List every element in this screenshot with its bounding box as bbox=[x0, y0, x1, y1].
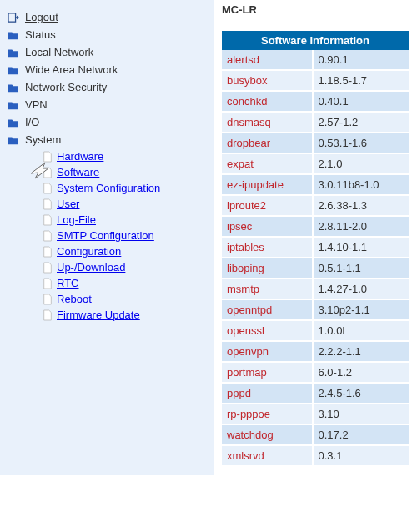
subnav-item-reboot[interactable]: Reboot bbox=[42, 291, 207, 307]
software-name: openntpd bbox=[222, 300, 312, 321]
nav-label-security: Network Security bbox=[25, 80, 107, 95]
software-version: 2.2.2-1.1 bbox=[312, 342, 409, 363]
subnav-link-reboot[interactable]: Reboot bbox=[57, 293, 92, 305]
table-row: openntpd3.10p2-1.1 bbox=[222, 300, 409, 321]
software-name: xmlsrvd bbox=[222, 446, 312, 467]
software-table: Software Information alertsd0.90.1busybo… bbox=[222, 31, 409, 467]
table-row: expat2.1.0 bbox=[222, 154, 409, 175]
table-row: busybox1.18.5-1.7 bbox=[222, 71, 409, 92]
nav-item-system[interactable]: System bbox=[7, 131, 207, 148]
file-icon bbox=[42, 229, 53, 243]
software-version: 2.8.11-2.0 bbox=[312, 217, 409, 238]
table-row: portmap6.0-1.2 bbox=[222, 363, 409, 384]
subnav-link-rtc[interactable]: RTC bbox=[57, 277, 78, 289]
subnav-link-software[interactable]: Software bbox=[57, 166, 99, 178]
software-version: 2.6.38-1.3 bbox=[312, 196, 409, 217]
folder-icon bbox=[7, 99, 20, 111]
table-row: watchdog0.17.2 bbox=[222, 425, 409, 446]
software-name: iproute2 bbox=[222, 196, 312, 217]
file-icon bbox=[42, 213, 53, 227]
nav-item-security[interactable]: Network Security bbox=[7, 78, 207, 96]
file-icon bbox=[42, 198, 53, 211]
table-row: xmlsrvd0.3.1 bbox=[222, 446, 409, 467]
software-version: 2.1.0 bbox=[312, 154, 409, 175]
subnav-link-sysconfig[interactable]: System Configuration bbox=[57, 182, 160, 194]
table-row: ipsec2.8.11-2.0 bbox=[222, 217, 409, 238]
software-version: 2.4.5-1.6 bbox=[312, 384, 409, 404]
software-name: watchdog bbox=[222, 425, 312, 446]
table-row: iptables1.4.10-1.1 bbox=[222, 238, 409, 258]
software-name: expat bbox=[222, 154, 312, 175]
nav-item-io[interactable]: I/O bbox=[7, 113, 207, 131]
folder-icon bbox=[7, 117, 20, 128]
subnav-item-rtc[interactable]: RTC bbox=[42, 275, 207, 291]
software-version: 0.53.1-1.6 bbox=[312, 133, 409, 154]
folder-icon bbox=[7, 82, 20, 93]
file-icon bbox=[42, 166, 53, 179]
file-icon bbox=[42, 293, 53, 306]
subnav-item-user[interactable]: User bbox=[42, 196, 207, 212]
software-name: iptables bbox=[222, 238, 312, 258]
subnav-link-user[interactable]: User bbox=[57, 198, 79, 210]
software-version: 2.57-1.2 bbox=[312, 113, 409, 133]
subnav-item-sysconfig[interactable]: System Configuration bbox=[42, 180, 207, 196]
folder-icon bbox=[7, 64, 20, 76]
table-row: dropbear0.53.1-1.6 bbox=[222, 133, 409, 154]
subnav-item-firmware[interactable]: Firmware Update bbox=[42, 307, 207, 323]
subnav-link-firmware[interactable]: Firmware Update bbox=[57, 309, 140, 321]
subnav-item-updownload[interactable]: Up-/Download bbox=[42, 259, 207, 275]
software-version: 6.0-1.2 bbox=[312, 363, 409, 384]
sidebar: Logout Status Local Network bbox=[0, 0, 214, 475]
software-version: 1.4.27-1.0 bbox=[312, 279, 409, 300]
table-row: iproute22.6.38-1.3 bbox=[222, 196, 409, 217]
subnav-link-hardware[interactable]: Hardware bbox=[57, 150, 103, 163]
software-name: openssl bbox=[222, 321, 312, 342]
svg-rect-0 bbox=[8, 13, 16, 21]
subnav-link-logfile[interactable]: Log-File bbox=[57, 213, 96, 226]
nav-item-wan[interactable]: Wide Area Network bbox=[7, 61, 207, 78]
nav-label-local-network: Local Network bbox=[25, 45, 93, 60]
software-name: dropbear bbox=[222, 133, 312, 154]
nav-item-vpn[interactable]: VPN bbox=[7, 96, 207, 113]
table-header: Software Information bbox=[222, 31, 409, 50]
software-version: 3.10 bbox=[312, 404, 409, 425]
software-name: msmtp bbox=[222, 279, 312, 300]
software-version: 0.17.2 bbox=[312, 425, 409, 446]
subnav-item-logfile[interactable]: Log-File bbox=[42, 212, 207, 228]
software-version: 3.10p2-1.1 bbox=[312, 300, 409, 321]
software-version: 3.0.11b8-1.0 bbox=[312, 175, 409, 196]
folder-open-icon bbox=[7, 134, 20, 146]
nav-label-io: I/O bbox=[25, 115, 39, 130]
software-version: 1.4.10-1.1 bbox=[312, 238, 409, 258]
table-row: liboping0.5.1-1.1 bbox=[222, 258, 409, 279]
table-row: ez-ipupdate3.0.11b8-1.0 bbox=[222, 175, 409, 196]
nav-item-local-network[interactable]: Local Network bbox=[7, 43, 207, 61]
software-name: ipsec bbox=[222, 217, 312, 238]
subnav-item-hardware[interactable]: Hardware bbox=[42, 148, 207, 164]
subnav-link-updownload[interactable]: Up-/Download bbox=[57, 261, 125, 274]
file-icon bbox=[42, 261, 53, 274]
software-name: portmap bbox=[222, 363, 312, 384]
software-version: 0.40.1 bbox=[312, 92, 409, 113]
subnav-item-smtp[interactable]: SMTP Configuration bbox=[42, 228, 207, 243]
nav-item-logout[interactable]: Logout bbox=[7, 8, 207, 26]
table-row: conchkd0.40.1 bbox=[222, 92, 409, 113]
nav-label-wan: Wide Area Network bbox=[25, 63, 118, 78]
software-name: pppd bbox=[222, 384, 312, 404]
main-content: MC-LR Software Information alertsd0.90.1… bbox=[214, 0, 417, 475]
software-name: dnsmasq bbox=[222, 113, 312, 133]
subnav-item-config[interactable]: Configuration bbox=[42, 243, 207, 259]
table-row: msmtp1.4.27-1.0 bbox=[222, 279, 409, 300]
table-row: rp-pppoe3.10 bbox=[222, 404, 409, 425]
subnav-link-smtp[interactable]: SMTP Configuration bbox=[57, 229, 154, 242]
subnav-item-software[interactable]: Software bbox=[42, 164, 207, 180]
subnav-link-config[interactable]: Configuration bbox=[57, 245, 121, 258]
nav-item-status[interactable]: Status bbox=[7, 26, 207, 43]
page-title: MC-LR bbox=[222, 3, 409, 16]
table-row: dnsmasq2.57-1.2 bbox=[222, 113, 409, 133]
software-version: 1.0.0l bbox=[312, 321, 409, 342]
file-icon bbox=[42, 309, 53, 322]
software-name: ez-ipupdate bbox=[222, 175, 312, 196]
nav-label-vpn: VPN bbox=[25, 98, 48, 113]
nav-link-logout[interactable]: Logout bbox=[25, 10, 58, 25]
